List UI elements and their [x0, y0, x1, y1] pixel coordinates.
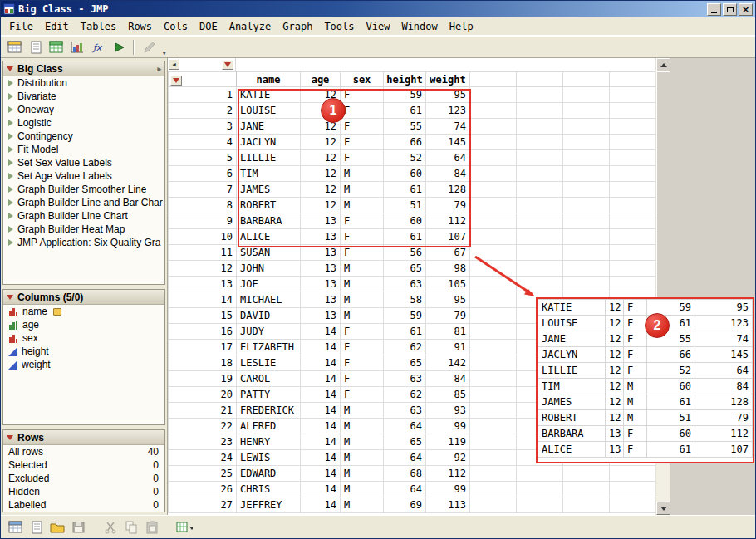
cell-height[interactable]: 58	[384, 292, 426, 308]
panel-side-arrow-icon[interactable]: ▸	[157, 65, 161, 73]
cell-age[interactable]: 13	[301, 245, 341, 261]
table-row[interactable]: 25 EDWARD 14 M 68 112	[169, 466, 656, 482]
cell-sex[interactable]: F	[341, 371, 384, 387]
table-row[interactable]: 7 JAMES 12 M 61 128	[169, 182, 656, 198]
cell-name[interactable]: LESLIE	[237, 355, 301, 371]
minimize-button[interactable]	[707, 3, 721, 16]
cell-weight[interactable]: 67	[426, 245, 470, 261]
row-number[interactable]: 1	[169, 87, 237, 103]
cell-name[interactable]: JOE	[237, 277, 301, 292]
cell-sex[interactable]: F	[341, 355, 384, 371]
cell-weight[interactable]: 142	[426, 355, 470, 371]
disclosure-triangle-icon[interactable]	[8, 146, 13, 153]
disclosure-triangle-icon[interactable]	[8, 159, 13, 166]
columns-menu-button[interactable]	[222, 60, 233, 70]
script-item[interactable]: Oneway	[3, 103, 164, 116]
table-row[interactable]: 18 LESLIE 14 F 65 142	[169, 355, 656, 371]
table-row[interactable]: 23 HENRY 14 M 65 119	[169, 434, 656, 450]
graph-builder-icon[interactable]	[67, 38, 86, 56]
disclosure-triangle-icon[interactable]	[8, 186, 13, 193]
table-row[interactable]: 27 JEFFREY 14 M 69 113	[169, 497, 656, 513]
disclosure-triangle-icon[interactable]	[8, 106, 13, 113]
menu-item[interactable]: Tools	[318, 18, 360, 35]
cell-weight[interactable]: 119	[426, 434, 470, 450]
row-number[interactable]: 4	[169, 135, 237, 150]
menu-item[interactable]: View	[361, 18, 396, 35]
red-triangle-menu-icon[interactable]	[7, 295, 13, 300]
row-number[interactable]: 5	[169, 150, 237, 166]
cell-sex[interactable]: F	[341, 103, 384, 119]
cell-height[interactable]: 66	[384, 135, 426, 150]
cell-name[interactable]: CAROL	[237, 371, 301, 387]
cell-weight[interactable]: 91	[426, 340, 470, 355]
cell-name[interactable]: JOHN	[237, 261, 301, 277]
row-number[interactable]: 20	[169, 387, 237, 403]
script-item[interactable]: Contingency	[3, 130, 164, 143]
row-number[interactable]: 14	[169, 292, 237, 308]
cell-height[interactable]: 61	[384, 103, 426, 119]
table-row[interactable]: 20 PATTY 14 F 62 85	[169, 387, 656, 403]
disclosure-triangle-icon[interactable]	[8, 239, 13, 246]
table-row[interactable]: 2 LOUISE 12 F 61 123	[169, 103, 656, 119]
cell-age[interactable]: 14	[301, 450, 341, 466]
script-item[interactable]: Graph Builder Line and Bar Chart	[3, 196, 164, 209]
cell-sex[interactable]: F	[341, 87, 384, 103]
save-icon[interactable]	[68, 518, 87, 537]
cell-height[interactable]: 59	[384, 308, 426, 324]
data-table-icon[interactable]	[6, 518, 25, 537]
disclosure-triangle-icon[interactable]	[8, 93, 13, 100]
table-row[interactable]: 12 JOHN 13 M 65 98	[169, 261, 656, 277]
cell-weight[interactable]: 95	[426, 292, 470, 308]
paste-icon[interactable]	[142, 518, 161, 537]
cell-weight[interactable]: 84	[426, 371, 470, 387]
row-number[interactable]: 19	[169, 371, 237, 387]
cell-age[interactable]: 14	[301, 387, 341, 403]
cell-sex[interactable]: M	[341, 182, 384, 198]
row-number[interactable]: 18	[169, 355, 237, 371]
menu-item[interactable]: Cols	[158, 18, 194, 35]
cell-name[interactable]: ROBERT	[237, 198, 301, 213]
cell-sex[interactable]: F	[341, 150, 384, 166]
column-header-name[interactable]: name	[237, 72, 301, 87]
cell-weight[interactable]: 107	[426, 229, 470, 245]
cell-name[interactable]: HENRY	[237, 434, 301, 450]
script-item[interactable]: Graph Builder Heat Map	[3, 223, 164, 236]
red-triangle-menu-icon[interactable]	[7, 66, 13, 71]
open-folder-icon[interactable]	[47, 518, 66, 537]
row-number[interactable]: 7	[169, 182, 237, 198]
cell-age[interactable]: 12	[301, 182, 341, 198]
cell-height[interactable]: 61	[384, 182, 426, 198]
cell-height[interactable]: 69	[384, 497, 426, 513]
cell-sex[interactable]: M	[341, 292, 384, 308]
cell-age[interactable]: 14	[301, 482, 341, 497]
table-row[interactable]: 4 JACLYN 12 F 66 145	[169, 135, 656, 150]
cell-sex[interactable]: M	[341, 198, 384, 213]
disclosure-triangle-icon[interactable]	[8, 226, 13, 233]
cell-height[interactable]: 61	[384, 229, 426, 245]
table-row[interactable]: 1 KATIE 12 F 59 95	[169, 87, 656, 103]
cell-height[interactable]: 56	[384, 245, 426, 261]
toolbar-overflow-icon[interactable]: ▾	[160, 49, 168, 57]
cell-age[interactable]: 12	[301, 135, 341, 150]
row-number[interactable]: 2	[169, 103, 237, 119]
cell-weight[interactable]: 74	[426, 119, 470, 135]
cell-height[interactable]: 65	[384, 355, 426, 371]
maximize-button[interactable]	[723, 3, 737, 16]
row-number[interactable]: 24	[169, 450, 237, 466]
vertical-scrollbar[interactable]	[655, 58, 670, 515]
cell-age[interactable]: 12	[301, 103, 341, 119]
row-number[interactable]: 9	[169, 213, 237, 229]
column-header-height[interactable]: height	[384, 72, 426, 87]
row-number[interactable]: 11	[169, 245, 237, 261]
cell-weight[interactable]: 112	[426, 466, 470, 482]
cell-name[interactable]: LEWIS	[237, 450, 301, 466]
cell-sex[interactable]: M	[341, 434, 384, 450]
cell-height[interactable]: 59	[384, 87, 426, 103]
cell-weight[interactable]: 85	[426, 387, 470, 403]
scroll-down-button[interactable]	[656, 502, 670, 515]
table-row[interactable]: 22 ALFRED 14 M 64 99	[169, 419, 656, 434]
cell-name[interactable]: SUSAN	[237, 245, 301, 261]
cell-sex[interactable]: M	[341, 450, 384, 466]
table-row[interactable]: 15 DAVID 13 M 59 79	[169, 308, 656, 324]
data-grid-icon[interactable]	[47, 38, 66, 56]
